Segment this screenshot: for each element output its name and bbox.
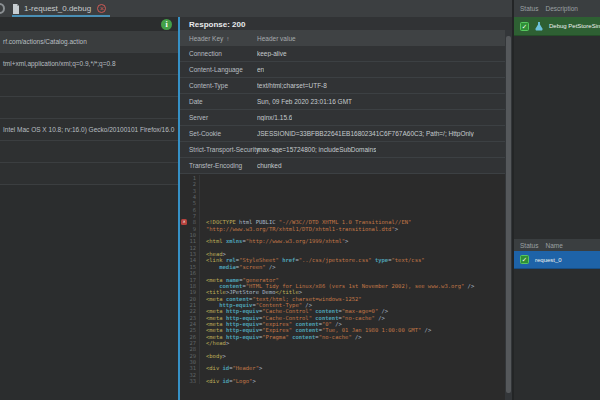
header-value: keep-alive bbox=[257, 50, 287, 57]
code-text: <meta http-equiv="Pragma" content="no-ca… bbox=[206, 334, 362, 340]
header-value: nginx/1.15.6 bbox=[257, 114, 292, 121]
code-text: <div id="Header"> bbox=[206, 365, 262, 371]
request-table-header: Status Name bbox=[514, 239, 600, 251]
code-text: "http://www.w3.org/TR/xhtml1/DTD/xhtml1-… bbox=[206, 226, 398, 232]
column-header-description[interactable]: Description bbox=[545, 5, 578, 12]
response-header-row[interactable]: DateSun, 09 Feb 2020 23:01:16 GMT bbox=[180, 94, 512, 110]
header-key: Content-Type bbox=[180, 82, 257, 89]
header-value: chunked bbox=[257, 162, 282, 169]
response-header-row[interactable]: Content-Typetext/html;charset=UTF-8 bbox=[180, 78, 512, 94]
request-label: request_0 bbox=[535, 257, 562, 263]
close-tab-icon[interactable]: × bbox=[97, 4, 106, 13]
app-window: 1-request_0.debug × rf.com/actions/Catal… bbox=[0, 0, 600, 400]
header-key: Transfer-Encoding bbox=[180, 162, 257, 169]
code-text: <body> bbox=[206, 353, 226, 359]
scrollbar-thumb[interactable] bbox=[506, 36, 511, 393]
header-key: Content-Language bbox=[180, 66, 257, 73]
request-row[interactable]: ✓ request_0 bbox=[514, 251, 600, 269]
error-marker-icon[interactable]: ✕ bbox=[181, 219, 187, 225]
column-header-status-2[interactable]: Status bbox=[520, 242, 538, 249]
response-header-row[interactable]: Transfer-Encodingchunked bbox=[180, 158, 512, 174]
headers-table-header: Header Key ↑ Header value bbox=[180, 30, 512, 46]
request-detail-row[interactable]: Intel Mac OS X 10.8; rv:16.0) Gecko/2010… bbox=[0, 119, 178, 141]
scenario-row[interactable]: ✓ Debug PetStoreSimu bbox=[514, 17, 600, 36]
info-icon[interactable]: i bbox=[161, 19, 172, 30]
request-detail-row[interactable]: rf.com/actions/Catalog.action bbox=[0, 31, 178, 53]
simulation-flask-icon bbox=[535, 22, 543, 31]
response-header-row[interactable]: Strict-Transport-Securitymax-age=1572480… bbox=[180, 142, 512, 158]
request-detail-value: tml+xml,application/xml;q=0.9,*/*;q=0.8 bbox=[0, 60, 116, 67]
header-value: Sun, 09 Feb 2020 23:01:16 GMT bbox=[257, 98, 352, 105]
column-header-name[interactable]: Name bbox=[545, 242, 562, 249]
response-header-row[interactable]: Content-Languageen bbox=[180, 62, 512, 78]
vertical-scrollbar[interactable] bbox=[505, 30, 512, 400]
request-table: rf.com/actions/Catalog.actiontml+xml,app… bbox=[0, 31, 178, 185]
request-detail-value: Intel Mac OS X 10.8; rv:16.0) Gecko/2010… bbox=[0, 126, 174, 133]
status-check-icon: ✓ bbox=[520, 22, 529, 31]
file-icon bbox=[12, 4, 20, 14]
tab-bar: 1-request_0.debug × bbox=[0, 0, 512, 17]
line-number: 33 bbox=[180, 378, 200, 384]
response-header-row[interactable]: Connectionkeep-alive bbox=[180, 46, 512, 62]
status-check-icon: ✓ bbox=[520, 255, 529, 264]
status-panel-spacer bbox=[514, 36, 600, 239]
column-header-key[interactable]: Header Key ↑ bbox=[180, 35, 257, 42]
header-key: Set-Cookie bbox=[180, 130, 257, 137]
request-detail-row[interactable] bbox=[0, 163, 178, 185]
header-key: Date bbox=[180, 98, 257, 105]
header-value: text/html;charset=UTF-8 bbox=[257, 82, 327, 89]
header-key: Server bbox=[180, 114, 257, 121]
response-header-row[interactable]: Set-CookieJSESSIONID=33BFBB22641EB168023… bbox=[180, 126, 512, 142]
code-line: 33<div id="Logo"> bbox=[180, 378, 512, 384]
request-detail-value: rf.com/actions/Catalog.action bbox=[0, 38, 87, 45]
request-detail-row[interactable] bbox=[0, 75, 178, 97]
scenario-label: Debug PetStoreSimu bbox=[549, 23, 600, 29]
request-detail-row[interactable]: tml+xml,application/xml;q=0.9,*/*;q=0.8 bbox=[0, 53, 178, 75]
sort-ascending-icon: ↑ bbox=[226, 35, 229, 42]
code-lines: 1234567✕8<!DOCTYPE html PUBLIC "-//W3C//… bbox=[180, 175, 512, 384]
tab-title: 1-request_0.debug bbox=[24, 4, 91, 13]
partial-circle-icon bbox=[0, 3, 5, 14]
response-header-row[interactable]: Servernginx/1.15.6 bbox=[180, 110, 512, 126]
request-details-panel: rf.com/actions/Catalog.actiontml+xml,app… bbox=[0, 17, 178, 400]
code-editor[interactable]: 1234567✕8<!DOCTYPE html PUBLIC "-//W3C//… bbox=[180, 174, 512, 400]
column-header-value[interactable]: Header value bbox=[257, 35, 296, 42]
scenario-table-header: Status Description bbox=[514, 0, 600, 17]
code-text: <div id="Logo"> bbox=[206, 378, 256, 384]
code-text: </head> bbox=[206, 340, 229, 346]
code-text: media="screen" /> bbox=[206, 264, 276, 270]
request-detail-row[interactable] bbox=[0, 97, 178, 119]
header-value: en bbox=[257, 66, 264, 73]
response-headers-table: Connectionkeep-aliveContent-LanguageenCo… bbox=[180, 46, 512, 174]
status-panel: Status Description ✓ Debug PetStoreSimu … bbox=[512, 0, 600, 400]
code-text: <html xmlns="http://www.w3.org/1999/xhtm… bbox=[206, 238, 348, 244]
header-value: JSESSIONID=33BFBB22641EB16802341C6F767A6… bbox=[257, 130, 474, 137]
request-detail-row[interactable] bbox=[0, 141, 178, 163]
header-key: Strict-Transport-Security bbox=[180, 146, 257, 153]
header-key: Connection bbox=[180, 50, 257, 57]
column-header-status[interactable]: Status bbox=[520, 5, 538, 12]
header-value: max-age=15724800; includeSubDomains bbox=[257, 146, 376, 153]
response-status-title: Response: 200 bbox=[180, 17, 512, 30]
response-panel: Response: 200 Header Key ↑ Header value … bbox=[178, 17, 512, 400]
column-header-key-label: Header Key bbox=[189, 35, 223, 42]
